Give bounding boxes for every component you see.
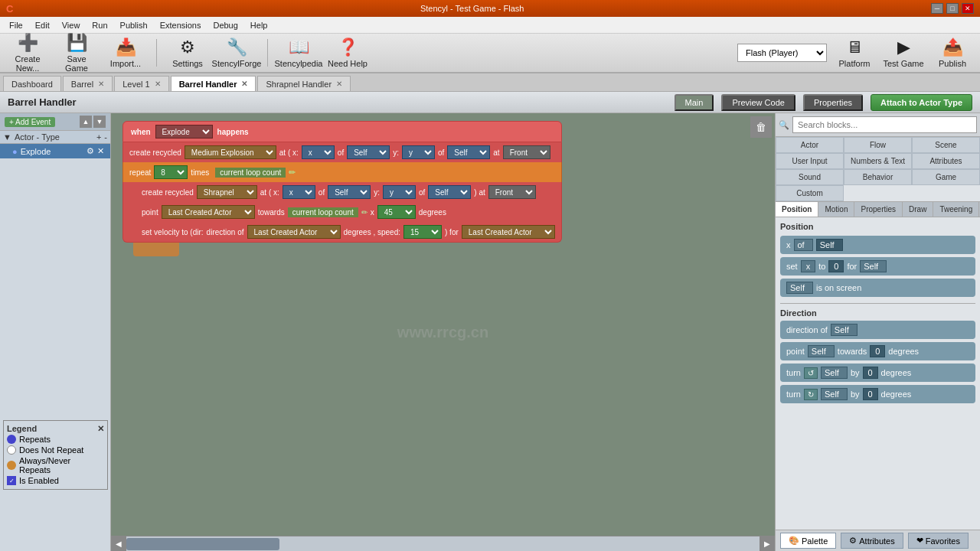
pos-block-x-of-self[interactable]: x of Self <box>780 236 975 254</box>
explosion-y-dropdown[interactable]: y <box>402 145 435 159</box>
sidebar-item-explode[interactable]: ● Explode ⚙ ✕ <box>0 144 110 158</box>
shrapnel-layer-dropdown[interactable]: Front <box>488 185 536 199</box>
dir-block-turn-2[interactable]: turn ↻ Self by 0 degrees <box>780 385 975 403</box>
cat-numbers-text[interactable]: Numbers & Text <box>844 153 912 169</box>
explosion-x-self-dropdown[interactable]: Self <box>347 145 390 159</box>
towards-multiplier-dropdown[interactable]: 45 <box>377 205 416 219</box>
velocity-speed-dropdown[interactable]: 15 <box>403 225 442 239</box>
tab-barrel-handler[interactable]: Barrel Handler ✕ <box>171 76 256 91</box>
publish-button[interactable]: 📤 Publish <box>931 36 974 70</box>
save-game-button[interactable]: 💾 Save Game <box>55 36 98 70</box>
dir-point-self-dropdown[interactable]: Self <box>808 345 835 357</box>
pos-of-dropdown[interactable]: of <box>794 239 813 251</box>
tab-barrel[interactable]: Barrel ✕ <box>63 76 113 91</box>
sidebar-section-add[interactable]: + <box>96 132 101 142</box>
dir-block-turn-1[interactable]: turn ↺ Self by 0 degrees <box>780 364 975 382</box>
explosion-type-dropdown[interactable]: Medium Explosion <box>185 145 276 159</box>
dir-turn1-self-dropdown[interactable]: Self <box>821 367 848 379</box>
cat-game[interactable]: Game <box>912 169 980 185</box>
menu-publish[interactable]: Publish <box>114 19 154 31</box>
need-help-button[interactable]: ❓ Need Help <box>326 36 369 70</box>
dir-turn2-self-dropdown[interactable]: Self <box>821 388 848 400</box>
dir-point-degrees-value[interactable]: 0 <box>870 345 885 357</box>
cat-behavior[interactable]: Behavior <box>844 169 912 185</box>
dir-turn1-icon[interactable]: ↺ <box>804 367 818 379</box>
sidebar-section-actor-type[interactable]: ▼ Actor - Type + - <box>0 131 110 144</box>
create-new-button[interactable]: ➕ Create New... <box>6 36 49 70</box>
attributes-tab-button[interactable]: ⚙ Attributes <box>841 533 903 549</box>
scroll-track[interactable] <box>126 536 760 551</box>
explosion-layer-dropdown[interactable]: Front <box>503 145 550 159</box>
dir-of-dropdown[interactable]: Self <box>831 324 858 336</box>
stencylforge-button[interactable]: 🔧 StencylForge <box>215 36 258 70</box>
pos-set-value[interactable]: 0 <box>828 260 844 272</box>
menu-view[interactable]: View <box>56 19 87 31</box>
favorites-tab-button[interactable]: ❤ Favorites <box>908 533 969 549</box>
menu-file[interactable]: File <box>3 19 29 31</box>
shrapnel-x-dropdown[interactable]: x <box>283 185 315 199</box>
tab-barrel-close[interactable]: ✕ <box>98 80 104 88</box>
test-game-button[interactable]: ▶ Test Game <box>882 36 925 70</box>
platform-button[interactable]: 🖥 Platform <box>833 36 876 70</box>
tab-shrapnel-handler[interactable]: Shrapnel Handler ✕ <box>257 76 351 91</box>
shrapnel-type-dropdown[interactable]: Shrapnel <box>197 185 257 199</box>
tab-main[interactable]: Main <box>675 94 714 111</box>
towards-edit-icon[interactable]: ✏ <box>361 208 368 217</box>
subtab-tweening[interactable]: Tweening <box>933 202 979 217</box>
cat-custom[interactable]: Custom <box>776 185 844 201</box>
tab-shrapnel-handler-close[interactable]: ✕ <box>336 80 342 88</box>
subtab-draw[interactable]: Draw <box>903 202 933 217</box>
cat-actor[interactable]: Actor <box>776 137 844 153</box>
cat-flow[interactable]: Flow <box>844 137 912 153</box>
repeat-count-dropdown[interactable]: 8 <box>154 165 188 179</box>
tab-level1[interactable]: Level 1 ✕ <box>114 76 168 91</box>
subtab-position[interactable]: Position <box>776 202 818 217</box>
tab-preview-code[interactable]: Preview Code <box>721 94 795 111</box>
sidebar-up-btn[interactable]: ▲ <box>80 116 92 128</box>
shrapnel-y-dropdown[interactable]: y <box>383 185 416 199</box>
stencylpedia-button[interactable]: 📖 Stencylpedia <box>277 36 320 70</box>
dir-turn2-value[interactable]: 0 <box>863 388 878 400</box>
cat-attributes[interactable]: Attributes <box>912 153 980 169</box>
scroll-right-button[interactable]: ▶ <box>760 536 775 552</box>
pos-self-dropdown[interactable]: Self <box>816 239 843 251</box>
dir-block-point[interactable]: point Self towards 0 degrees <box>780 342 975 360</box>
dir-turn2-icon[interactable]: ↻ <box>804 389 818 400</box>
maximize-button[interactable]: □ <box>946 3 959 14</box>
sidebar-down-btn[interactable]: ▼ <box>93 116 106 128</box>
attach-to-actor-button[interactable]: Attach to Actor Type <box>871 94 972 111</box>
subtab-motion[interactable]: Motion <box>818 202 854 217</box>
menu-edit[interactable]: Edit <box>29 19 56 31</box>
cat-sound[interactable]: Sound <box>776 169 844 185</box>
search-input[interactable] <box>792 116 977 133</box>
menu-extensions[interactable]: Extensions <box>154 19 207 31</box>
tab-level1-close[interactable]: ✕ <box>155 80 161 88</box>
tab-barrel-handler-close[interactable]: ✕ <box>241 80 247 88</box>
trigger-actor-dropdown[interactable]: Explode <box>155 125 213 139</box>
point-actor-dropdown[interactable]: Last Created Actor <box>162 205 255 219</box>
explosion-x-dropdown[interactable]: x <box>302 145 335 159</box>
minimize-button[interactable]: ─ <box>931 3 943 14</box>
pos-block-is-on-screen[interactable]: Self is on screen <box>780 279 975 297</box>
velocity-for-dropdown[interactable]: Last Created Actor <box>462 225 555 239</box>
tab-dashboard[interactable]: Dashboard <box>3 76 61 91</box>
subtab-properties[interactable]: Properties <box>854 202 903 217</box>
sidebar-section-del[interactable]: - <box>104 132 107 142</box>
add-event-button[interactable]: + Add Event <box>5 117 55 127</box>
velocity-actor-dropdown[interactable]: Last Created Actor <box>247 225 341 239</box>
platform-select[interactable]: Flash (Player) <box>737 44 827 62</box>
settings-button[interactable]: ⚙ Settings <box>166 36 209 70</box>
explosion-y-self-dropdown[interactable]: Self <box>447 145 490 159</box>
close-button[interactable]: ✕ <box>962 3 974 14</box>
pos-set-for-dropdown[interactable]: Self <box>860 260 887 272</box>
import-button[interactable]: 📥 Import... <box>104 36 147 70</box>
pos-screen-self-dropdown[interactable]: Self <box>786 282 813 294</box>
palette-tab-button[interactable]: 🎨 Palette <box>780 533 836 549</box>
tab-properties[interactable]: Properties <box>803 94 863 111</box>
legend-close[interactable]: ✕ <box>97 424 104 434</box>
pos-block-set-x[interactable]: set x to 0 for Self <box>780 257 975 276</box>
scroll-thumb[interactable] <box>126 538 279 550</box>
shrapnel-y-self-dropdown[interactable]: Self <box>428 185 471 199</box>
cat-user-input[interactable]: User Input <box>776 153 844 169</box>
scroll-left-button[interactable]: ◀ <box>111 536 126 552</box>
